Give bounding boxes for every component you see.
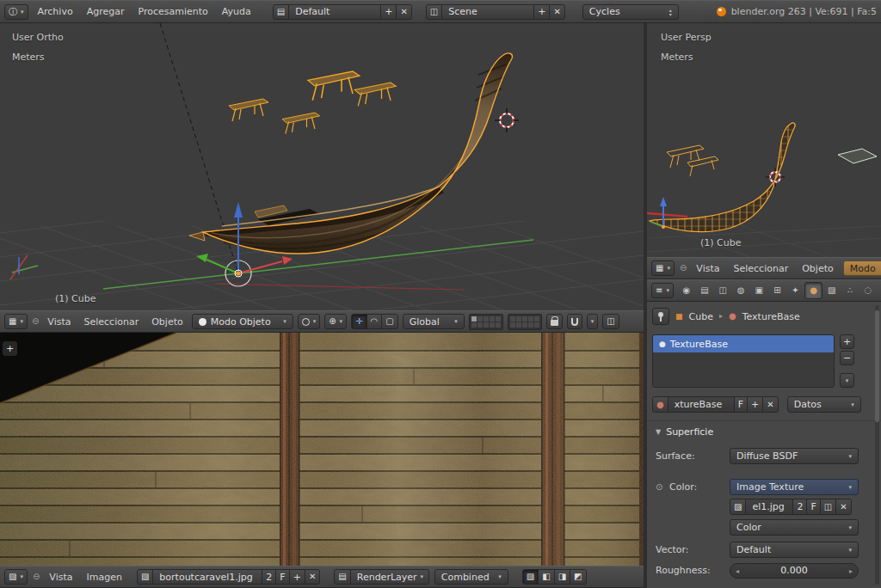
screen-layout-delete-button[interactable]: ✕ [396,4,411,20]
tab-render-layers[interactable]: ▤ [696,282,713,299]
cursor-3d[interactable] [495,108,519,132]
lock-to-scene-toggle[interactable] [546,314,563,329]
material-slot-item[interactable]: ● TextureBase [653,335,834,352]
pivot-point-selector[interactable]: ⊕ ▾ [324,314,347,329]
menu-ayuda[interactable]: Ayuda [218,6,256,17]
draw-channel-alpha-button[interactable]: ◨ [554,569,570,585]
material-name-field[interactable]: xtureBase [668,396,735,413]
snap-toggle[interactable] [567,314,582,329]
menu-vista-uv[interactable]: Vista [45,572,77,583]
tab-scene[interactable]: ◫ [714,282,731,299]
layers-grid-1[interactable] [469,314,503,330]
editor-type-button-uv[interactable]: ▨ ▾ [4,569,28,585]
texture-image-name-field[interactable]: el1.jpg [745,499,793,515]
pin-id-button[interactable] [652,308,669,325]
manipulator-x-arrow[interactable] [238,261,282,273]
manipulator-translate-toggle[interactable]: ✛ [351,314,367,329]
scene-add-button[interactable]: + [533,4,550,20]
trestle-1[interactable] [229,99,268,121]
properties-scrollbar[interactable] [875,305,879,585]
screen-layout-selector[interactable]: Default [288,4,381,20]
trestle-wireframe-1[interactable] [667,145,704,168]
render-opengl-button[interactable]: ◫ [602,314,619,329]
draw-channel-color-button[interactable]: ◧ [538,569,554,585]
manipulator-x-arrowhead[interactable] [282,256,293,265]
manipulator-z-arrowhead[interactable] [234,202,243,217]
interaction-mode-selector[interactable]: Modo Objeto ▾ [192,314,293,329]
render-slot-icon-button[interactable]: ▤ [334,569,350,585]
tab-physics[interactable]: ◌ [859,282,877,299]
interaction-mode-selector-secondary[interactable]: Modo [843,260,881,276]
screen-layout-browse-button[interactable]: ▤ [273,4,289,20]
tab-material[interactable]: ● [804,282,822,299]
surface-section-header[interactable]: ▼ Superficie [656,425,713,438]
editor-type-button-properties[interactable]: ≡ ▾ [651,283,674,298]
region-expand-button[interactable]: + [3,341,17,356]
scene-delete-button[interactable]: ✕ [549,4,564,20]
texture-image-browse-button[interactable]: ▨ [730,499,746,515]
image-browse-button[interactable]: ▨ [137,569,153,585]
trestle-2[interactable] [282,113,320,134]
tab-texture[interactable]: ▨ [823,282,841,299]
menu-seleccionar-3d[interactable]: Seleccionar [79,316,143,328]
color-input-selector[interactable]: Image Texture ▾ [730,479,859,495]
trestle-3[interactable] [308,71,360,101]
tab-particles[interactable]: ∴ [841,282,859,299]
slider-increase-icon[interactable]: ▸ [849,567,853,575]
menu-vista-3d[interactable]: Vista [43,316,75,328]
texture-image-unlink-button[interactable]: ✕ [835,499,851,515]
menu-archivo[interactable]: Archivo [34,6,77,17]
menu-seleccionar-secondary[interactable]: Seleccionar [729,263,792,274]
image-unlink-button[interactable]: ✕ [305,569,320,585]
viewport-3d-secondary[interactable]: User Persp Meters (1) Cube [647,23,881,257]
menu-imagen-uv[interactable]: Imagen [82,572,126,583]
render-engine-selector[interactable]: Cycles ▴▾ [582,4,679,20]
manipulator-rotate-toggle[interactable]: ◠ [367,314,383,329]
render-pass-selector[interactable]: Combined ▾ [434,569,508,585]
viewport-3d-main[interactable]: User Ortho Meters (1) Cube [0,23,644,310]
slot-remove-button[interactable]: − [840,351,854,365]
material-slot-list[interactable]: ● TextureBase [652,334,835,388]
menu-agregar[interactable]: Agregar [83,6,129,17]
trestle-4[interactable] [354,83,396,106]
header-collapse-icon[interactable]: ⊖ [33,573,40,581]
header-collapse-icon[interactable]: ⊖ [680,264,687,273]
colorspace-selector[interactable]: Color ▾ [730,519,859,536]
menu-vista-secondary[interactable]: Vista [692,263,724,274]
slider-decrease-icon[interactable]: ◂ [736,567,739,575]
menu-procesamiento[interactable]: Procesamiento [133,6,212,17]
image-new-button[interactable]: + [289,569,305,585]
draw-channel-zbuffer-button[interactable]: ◩ [570,569,586,585]
uv-image-editor[interactable]: + [0,333,644,566]
editor-type-button-3d[interactable]: ▦ ▾ [4,314,28,329]
breadcrumb-object[interactable]: Cube [689,311,713,322]
header-collapse-icon[interactable]: ⊖ [32,317,39,326]
render-layer-selector[interactable]: RenderLayer ▾ [350,569,429,585]
manipulator-scale-toggle[interactable]: ▢ [381,314,397,329]
tab-constraints[interactable]: ⊞ [768,282,786,299]
draw-channel-color-alpha-button[interactable]: ▨ [522,569,539,585]
slot-add-button[interactable]: + [840,334,854,349]
roughness-slider[interactable]: ◂ 0.000 ▸ [730,563,859,579]
screen-layout-add-button[interactable]: + [380,4,397,20]
texture-image-pack-button[interactable]: ◫ [820,499,836,515]
object-origin[interactable] [236,271,240,275]
material-unlink-button[interactable]: ✕ [762,396,778,413]
surface-shader-selector[interactable]: Diffuse BSDF ▾ [730,448,859,464]
material-browse-button[interactable]: ● [652,396,668,413]
material-new-button[interactable]: + [747,396,763,413]
layers-grid-2[interactable] [508,314,542,330]
image-users-button[interactable]: 2 [262,569,276,585]
material-link-selector[interactable]: Datos ▾ [787,396,861,413]
image-fake-user-button[interactable]: F [275,569,289,585]
menu-objeto-3d[interactable]: Objeto [147,316,188,328]
plane-wireframe[interactable] [838,149,877,163]
trestle-wireframe-2[interactable] [687,156,718,176]
tab-world[interactable]: ◍ [732,282,749,299]
viewport-3d-canvas[interactable] [0,23,644,310]
menu-objeto-secondary[interactable]: Objeto [798,263,838,274]
breadcrumb-material[interactable]: TextureBase [742,311,800,322]
viewport-shading-selector[interactable]: ▾ [298,314,321,329]
scene-selector[interactable]: Scene [441,4,534,20]
material-fake-user-button[interactable]: F [734,396,748,413]
